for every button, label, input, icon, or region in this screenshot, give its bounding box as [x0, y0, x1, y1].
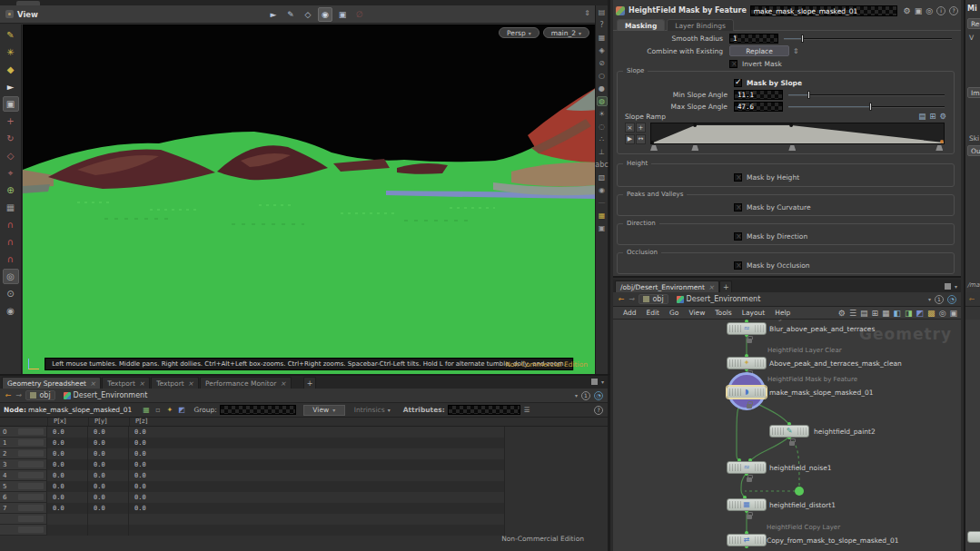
render-button[interactable]: Ren — [967, 18, 980, 29]
clipped-network-node[interactable] — [967, 531, 980, 543]
search-icon[interactable]: ◎ — [926, 6, 933, 15]
table-row[interactable]: 1 0.0 0.0 0.0 — [0, 438, 505, 448]
link-number-badge[interactable]: 1 — [581, 391, 590, 400]
abc-markers-icon[interactable]: abc — [597, 160, 608, 170]
attribute-list-icon[interactable] — [524, 406, 530, 414]
menu-item[interactable]: Add — [619, 309, 641, 317]
table-row[interactable] — [0, 514, 505, 525]
pane-menu-icon[interactable] — [955, 282, 957, 290]
divider-icon[interactable]: — — [597, 198, 608, 208]
node-body[interactable]: ≈ — [727, 322, 767, 335]
ramp-delete-point-button[interactable]: × — [625, 123, 635, 133]
performance-gauge-icon[interactable]: ◔ — [594, 391, 603, 400]
menu-item[interactable]: Layout — [737, 309, 770, 317]
group-input[interactable] — [220, 405, 296, 415]
sticky-note-icon[interactable]: ▩ — [927, 309, 935, 318]
network-tab[interactable]: /obj/Desert_Environment — [615, 280, 719, 292]
select-tool-icon[interactable]: ► — [3, 79, 19, 94]
ramp-cycle-button[interactable]: ↔ — [636, 134, 646, 144]
ghost-objects-icon[interactable]: ◌ — [597, 122, 608, 132]
table-row[interactable]: 3 0.0 0.0 0.0 — [0, 459, 505, 470]
forward-icon[interactable] — [629, 295, 635, 303]
performance-gauge-icon[interactable]: ◔ — [947, 295, 956, 304]
pane-split-icon[interactable] — [591, 379, 598, 385]
pane-maximize-icon[interactable] — [584, 9, 590, 17]
background-image-icon[interactable]: ◩ — [916, 309, 925, 318]
grid-layout-icon[interactable]: ⊞ — [872, 309, 879, 318]
min-slope-angle-input[interactable]: 11.1 — [734, 90, 783, 100]
close-icon[interactable] — [139, 379, 144, 388]
clipped-network-graph[interactable] — [965, 320, 980, 551]
mask-by-curvature-checkbox[interactable] — [734, 203, 742, 212]
mask-by-direction-checkbox[interactable] — [734, 232, 742, 241]
secure-selection-icon[interactable]: ◉ — [318, 7, 332, 22]
axis-align-icon[interactable]: ⊕ — [3, 182, 19, 198]
node-name-input[interactable]: make_mask_slope_masked_01 — [750, 5, 897, 16]
lock-camera-icon[interactable]: ⊘ — [597, 58, 608, 68]
node-body[interactable]: ✦ — [727, 357, 767, 369]
smooth-radius-slider[interactable] — [784, 34, 952, 44]
select-objects-icon[interactable]: ► — [266, 7, 281, 22]
thumbnail-layout-icon[interactable]: ▦ — [882, 309, 890, 318]
invert-mask-checkbox[interactable] — [729, 60, 737, 68]
node-body[interactable]: ⇄ — [727, 534, 767, 546]
camera-menu[interactable]: Persp — [499, 27, 539, 38]
menu-item[interactable]: View — [684, 309, 709, 317]
new-tab-button[interactable] — [719, 280, 732, 292]
ramp-play-button[interactable]: ▶ — [625, 134, 635, 144]
vertices-mode-icon[interactable]: ▫ — [153, 405, 163, 415]
network-tools-icon[interactable]: ⚙ — [838, 309, 846, 318]
multi-snap-magnet-icon[interactable]: ∩ — [3, 251, 19, 267]
table-row[interactable]: 2 0.0 0.0 0.0 — [0, 448, 505, 459]
new-tab-button[interactable] — [303, 377, 316, 389]
attributes-input[interactable] — [448, 405, 520, 415]
column-header[interactable]: P[x] — [47, 418, 88, 426]
lock-handle-icon[interactable]: ▣ — [3, 96, 19, 112]
lighting-icon[interactable]: ☀ — [597, 109, 608, 119]
grid-display-icon[interactable]: ▦ — [597, 211, 608, 221]
menu-item[interactable]: Edit — [642, 309, 665, 317]
detail-mode-icon[interactable]: ◩ — [176, 405, 186, 415]
point-snap-magnet-icon[interactable]: ∩ — [3, 217, 19, 232]
list-view-icon[interactable]: ▤ — [860, 309, 868, 318]
path-menu-icon[interactable] — [928, 295, 931, 303]
select-visible-icon[interactable]: ◈ — [597, 45, 608, 55]
context-badge[interactable]: obj — [638, 294, 668, 304]
box-pick-icon[interactable]: ◇ — [301, 7, 315, 22]
ramp-copy-icon[interactable]: ⊞ — [929, 112, 935, 121]
pane-split-icon[interactable] — [945, 283, 951, 290]
select-parts-icon[interactable]: ✎ — [283, 7, 298, 22]
ramp-key-handle[interactable] — [691, 145, 698, 151]
spreadsheet-node-name[interactable]: make_mask_slope_masked_01 — [28, 406, 133, 414]
output-button[interactable]: Outp — [967, 145, 980, 156]
points-mode-icon[interactable]: ▦ — [141, 405, 151, 415]
view-dropdown[interactable]: View — [303, 405, 345, 416]
path-menu-icon[interactable] — [575, 391, 578, 399]
overview-camera-icon[interactable]: ▣ — [949, 309, 957, 318]
max-slope-angle-slider[interactable] — [788, 102, 945, 112]
table-row[interactable] — [0, 525, 505, 536]
snapshot-icon[interactable]: ▦ — [597, 33, 608, 43]
ramp-key-handle[interactable] — [650, 145, 658, 151]
column-header[interactable]: P[z] — [129, 418, 170, 426]
translate-handle-icon[interactable]: + — [3, 113, 19, 129]
paint-dust-tool-icon[interactable]: ✳ — [3, 44, 19, 60]
combine-dropdown[interactable]: Replace — [729, 45, 789, 56]
help-icon[interactable]: ? — [594, 406, 603, 415]
viewport-canvas[interactable]: Persp main_2 Left mouse tumbles. Middle … — [23, 25, 595, 374]
ramp-settings-icon[interactable]: ⚙ — [939, 112, 946, 121]
view-dolly-icon[interactable]: ◉ — [3, 303, 19, 319]
help-icon[interactable]: ? — [597, 20, 608, 30]
back-icon[interactable] — [968, 295, 975, 303]
close-icon[interactable] — [90, 379, 95, 388]
pose-handle-icon[interactable]: ⌖ — [3, 165, 19, 181]
rotate-handle-icon[interactable]: ↻ — [3, 131, 19, 146]
ramp-presets-icon[interactable]: ▤ — [918, 112, 926, 121]
max-slope-angle-input[interactable]: 47.6 — [734, 102, 783, 112]
parameter-tab[interactable]: Masking — [617, 19, 665, 31]
mask-by-height-checkbox[interactable] — [734, 173, 742, 182]
headlight-icon[interactable]: ○ — [597, 71, 608, 81]
context-badge[interactable]: obj — [25, 390, 54, 400]
link-number-badge[interactable]: 1 — [935, 295, 944, 304]
table-row[interactable]: 0 0.0 0.0 0.0 — [0, 427, 505, 438]
